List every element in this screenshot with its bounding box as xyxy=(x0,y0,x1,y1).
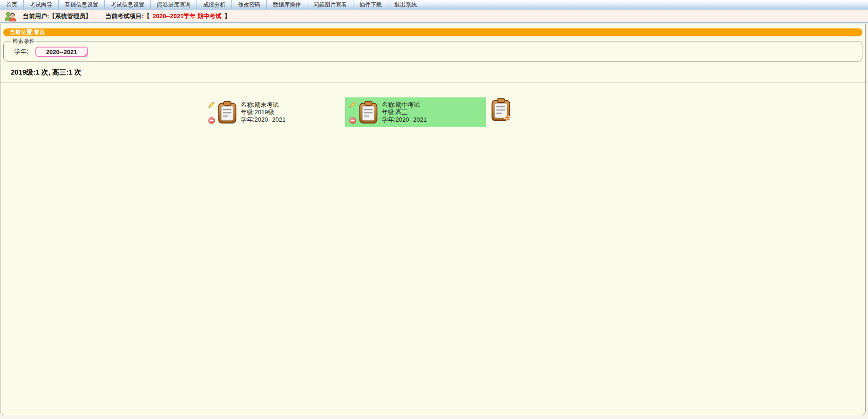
menu-item-basic-info-settings[interactable]: 基础信息设置 xyxy=(59,0,105,10)
current-project-value: 2020--2021学年 期中考试 xyxy=(153,12,222,21)
exam-card-actions xyxy=(207,101,216,124)
section-divider xyxy=(0,82,865,83)
current-project-suffix: 】 xyxy=(224,12,231,21)
menu-item-exam-info-settings[interactable]: 考试信息设置 xyxy=(105,0,151,10)
top-menu-bar: 首页 考试向导 基础信息设置 考试信息设置 阅卷进度查询 成绩分析 修改密码 数… xyxy=(0,0,868,10)
delete-minus-icon[interactable] xyxy=(208,117,215,124)
menu-item-problem-image-view[interactable]: 问题图片查看 xyxy=(307,0,353,10)
current-user-label: 当前用户:【系统管理员】 xyxy=(23,12,91,21)
current-project-label: 当前考试项目:【 xyxy=(105,12,149,21)
user-info-bar: 当前用户:【系统管理员】 当前考试项目:【 2020--2021学年 期中考试 … xyxy=(0,10,868,23)
exam-card-highlighted[interactable]: 名称:期中考试 年级:高三 学年:2020--2021 xyxy=(345,97,486,127)
add-exam-clipboard-icon[interactable] xyxy=(491,97,511,122)
edit-pencil-icon[interactable] xyxy=(349,101,357,109)
delete-minus-icon[interactable] xyxy=(349,117,356,124)
search-row: 学年: 2020--2021 xyxy=(14,47,857,57)
exam-card-text: 名称:期末考试 年级:2019级 学年:2020--2021 xyxy=(241,101,285,124)
exam-year-line: 学年:2020--2021 xyxy=(382,116,427,124)
exam-grade-line: 年级:高三 xyxy=(382,109,427,116)
exam-year-line: 学年:2020--2021 xyxy=(241,116,285,124)
exam-name-line: 名称:期末考试 xyxy=(241,101,285,109)
main-content-panel: 当前位置:首页 检索条件 学年: 2020--2021 2019级:1 次, 高… xyxy=(0,24,866,415)
exam-cards-row: 名称:期末考试 年级:2019级 学年:2020--2021 xyxy=(204,97,865,127)
exam-grade-line: 年级:2019级 xyxy=(241,109,285,116)
clipboard-icon[interactable] xyxy=(218,101,237,124)
search-criteria-fieldset: 检索条件 学年: 2020--2021 xyxy=(3,37,862,62)
clipboard-icon[interactable] xyxy=(359,101,378,124)
school-year-select[interactable]: 2020--2021 xyxy=(35,47,88,57)
exam-card[interactable]: 名称:期末考试 年级:2019级 学年:2020--2021 xyxy=(204,97,345,127)
edit-pencil-icon[interactable] xyxy=(208,101,216,109)
menu-item-marking-progress-query[interactable]: 阅卷进度查询 xyxy=(151,0,197,10)
menu-item-exam-wizard[interactable]: 考试向导 xyxy=(24,0,59,10)
menu-item-plugin-download[interactable]: 插件下载 xyxy=(353,0,388,10)
exam-count-summary: 2019级:1 次, 高三:1 次 xyxy=(11,68,865,77)
exam-card-actions xyxy=(348,101,357,124)
menu-item-database-operations[interactable]: 数据库操作 xyxy=(267,0,307,10)
menu-item-logout[interactable]: 退出系统 xyxy=(388,0,423,10)
exam-name-line: 名称:期中考试 xyxy=(382,101,427,109)
menu-item-score-analysis[interactable]: 成绩分析 xyxy=(197,0,232,10)
menu-item-change-password[interactable]: 修改密码 xyxy=(232,0,267,10)
exam-card-text: 名称:期中考试 年级:高三 学年:2020--2021 xyxy=(382,101,427,124)
school-year-label: 学年: xyxy=(14,48,28,56)
user-pair-icon xyxy=(4,11,17,21)
menu-item-home[interactable]: 首页 xyxy=(0,0,24,10)
chevron-down-icon xyxy=(83,52,88,56)
breadcrumb-location-bar: 当前位置:首页 xyxy=(3,28,862,36)
search-criteria-legend: 检索条件 xyxy=(11,37,36,45)
school-year-selected-value: 2020--2021 xyxy=(46,48,77,55)
